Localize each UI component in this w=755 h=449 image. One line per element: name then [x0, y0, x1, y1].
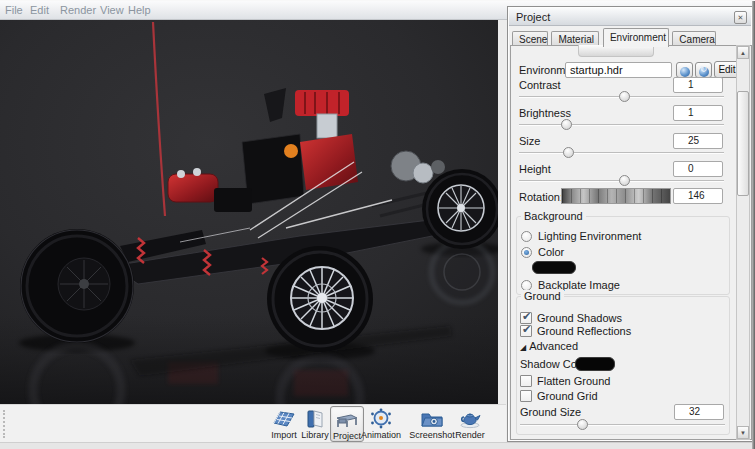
ground-group-title: Ground — [521, 290, 564, 302]
flatten-ground-label: Flatten Ground — [537, 375, 610, 387]
ground-grid-checkbox[interactable]: ✔ — [520, 390, 532, 402]
size-label: Size — [519, 135, 540, 147]
flatten-ground-checkbox[interactable]: ✔ — [520, 375, 532, 387]
wheel-front-left — [267, 246, 373, 352]
advanced-expander[interactable]: ◢Advanced — [520, 340, 578, 352]
menu-edit[interactable]: Edit — [30, 4, 49, 16]
menu-view[interactable]: View — [100, 4, 124, 16]
animation-button[interactable]: Animation — [357, 406, 405, 442]
scrollbar-thumb[interactable] — [737, 91, 749, 196]
lighting-environment-label: Lighting Environment — [538, 230, 641, 242]
application-window: File Edit Render View Help — [0, 0, 755, 449]
background-group: Background Lighting Environment Color Ba… — [516, 216, 730, 295]
status-bar — [0, 442, 755, 449]
contrast-label: Contrast — [519, 79, 561, 91]
height-slider[interactable] — [519, 175, 724, 186]
color-label: Color — [538, 246, 564, 258]
brightness-slider[interactable] — [519, 119, 724, 130]
animation-label: Animation — [357, 430, 405, 440]
fuel-tank — [168, 174, 218, 202]
slider-thumb[interactable] — [561, 119, 572, 130]
refresh-icon: ↻ — [696, 64, 711, 74]
menu-render[interactable]: Render — [60, 4, 96, 16]
advanced-label: Advanced — [529, 340, 578, 352]
ground-size-slider[interactable] — [520, 419, 725, 430]
slider-track — [519, 152, 724, 154]
slider-track — [519, 124, 724, 126]
expander-triangle-icon: ◢ — [520, 343, 526, 352]
menu-help[interactable]: Help — [128, 4, 151, 16]
bottom-toolbar: Import Library Project — [0, 404, 506, 442]
scroll-up-icon[interactable]: ▲ — [737, 46, 749, 59]
render-button[interactable]: Render — [450, 406, 490, 442]
wheel-rear-left — [20, 229, 134, 343]
tab-environment[interactable]: Environment — [603, 28, 669, 47]
check-icon: ✔ — [522, 323, 531, 336]
ground-grid-label: Ground Grid — [537, 390, 598, 402]
library-label: Library — [295, 430, 335, 440]
slider-thumb[interactable] — [577, 419, 588, 430]
background-group-title: Background — [521, 210, 586, 222]
close-icon[interactable]: ✕ — [734, 11, 747, 24]
exhaust-elbow — [284, 144, 298, 158]
engine-block — [300, 134, 358, 190]
ground-reflections-checkbox[interactable]: ✔ — [520, 325, 532, 337]
panel-tab-bar: Scene Material Environment Camera Settin… — [512, 27, 752, 45]
panel-title: Project — [516, 11, 550, 23]
animation-icon — [368, 408, 394, 430]
check-icon: ✔ — [522, 310, 531, 323]
toolbar-grip[interactable] — [3, 410, 7, 438]
panel-scrollbar[interactable]: ▲ ▼ — [736, 45, 750, 440]
ground-reflections-label: Ground Reflections — [537, 325, 631, 337]
background-color-swatch[interactable] — [532, 261, 576, 274]
ground-shadows-label: Ground Shadows — [537, 312, 622, 324]
render-label: Render — [450, 430, 490, 440]
ground-size-label: Ground Size — [520, 406, 581, 418]
size-slider[interactable] — [519, 147, 724, 158]
rc-car-render — [0, 20, 498, 404]
library-button[interactable]: Library — [295, 406, 335, 442]
radio-dot — [524, 250, 529, 255]
sphere-icon — [680, 67, 690, 77]
lighting-environment-radio[interactable] — [521, 231, 532, 242]
refresh-environment-button[interactable]: ↻ — [695, 62, 712, 78]
shadow-color-swatch[interactable] — [575, 357, 615, 371]
contrast-slider[interactable] — [519, 91, 724, 102]
screenshot-icon — [419, 408, 445, 430]
ground-group: Ground ✔ Ground Shadows ✔ Ground Reflect… — [516, 296, 730, 435]
library-icon — [302, 408, 328, 430]
height-label: Height — [519, 163, 551, 175]
render-icon — [457, 408, 483, 430]
slider-thumb[interactable] — [619, 175, 630, 186]
color-radio[interactable] — [521, 247, 532, 258]
load-environment-button[interactable] — [676, 62, 693, 78]
rotation-label: Rotation: — [519, 191, 563, 203]
slider-track — [520, 424, 725, 426]
project-panel: Project ✕ Scene Material Environment Cam… — [507, 6, 753, 442]
slider-thumb[interactable] — [563, 147, 574, 158]
slider-thumb[interactable] — [619, 91, 630, 102]
rotation-strip-slider[interactable] — [561, 188, 671, 204]
menu-file[interactable]: File — [5, 4, 23, 16]
rotation-value-field[interactable]: 146 — [673, 188, 723, 204]
project-panel-titlebar[interactable]: Project ✕ — [509, 8, 751, 26]
ground-size-value-field[interactable]: 32 — [674, 404, 724, 420]
scroll-down-icon[interactable]: ▼ — [737, 426, 749, 439]
import-icon — [271, 408, 297, 430]
brightness-label: Brightness — [519, 107, 571, 119]
environment-file-field[interactable]: startup.hdr — [565, 62, 672, 78]
viewport-3d-render[interactable] — [0, 20, 498, 404]
engine-head-red — [295, 90, 349, 116]
